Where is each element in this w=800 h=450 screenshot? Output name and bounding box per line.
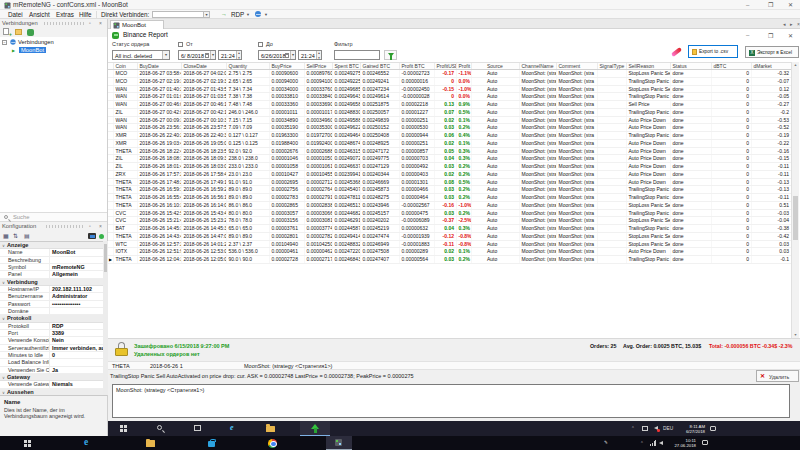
tree-item-moonbot[interactable]: ▶ MoonBot — [0, 47, 107, 55]
minimize-icon[interactable]: – — [746, 0, 749, 10]
property-row[interactable]: Verwende GatewaNiemals — [0, 381, 103, 388]
order-row[interactable]: THETA2018-06-26 16:10:32018-06-26 16:14:… — [108, 202, 791, 210]
tray-expand-icon[interactable]: ⌃ — [640, 441, 644, 446]
order-row[interactable]: XMR2018-06-26 22:40:22018-06-26 22:40:34… — [108, 132, 791, 140]
mremoteng-taskbar-button[interactable] — [326, 436, 352, 450]
property-row[interactable]: Domäne — [0, 308, 103, 315]
tray-expand-icon[interactable]: ⌃ — [631, 426, 635, 431]
order-row[interactable]: XMR2018-06-26 19:03:42018-06-26 19:05:00… — [108, 140, 791, 148]
close-icon[interactable]: × — [99, 223, 102, 229]
column-header[interactable]: ProfitUSD — [435, 63, 457, 69]
quick-connect-input[interactable]: ▼ — [152, 11, 210, 18]
delete-button[interactable]: ✕ Удалить — [756, 370, 799, 382]
scrollbar-thumb[interactable] — [104, 244, 107, 272]
menu-hilfe[interactable]: Hilfe — [79, 11, 92, 18]
local-clock[interactable]: 10:11 27.06.2018 — [668, 438, 696, 448]
file-explorer-icon[interactable] — [266, 426, 275, 433]
globe-icon[interactable] — [255, 11, 261, 17]
order-row[interactable]: THETA2018-06-26 17:48:22018-06-26 17:49:… — [108, 179, 791, 187]
column-header[interactable]: Comment — [557, 63, 598, 69]
file-explorer-icon[interactable] — [146, 440, 155, 447]
column-header[interactable]: BuyDate — [138, 63, 182, 69]
property-row[interactable]: BenutzernameAdministrator — [0, 293, 103, 300]
scrollbar-thumb[interactable] — [793, 196, 798, 240]
order-row[interactable]: WAN2018-06-27 00:09:32018-06-27 00:10:36… — [108, 117, 791, 125]
connect-arrow-icon[interactable]: → — [221, 11, 227, 17]
filter-input[interactable] — [334, 50, 380, 60]
order-row[interactable]: ZIL2018-06-26 18:01:42018-06-26 18:03:03… — [108, 163, 791, 171]
property-row[interactable]: ProtokollRDP — [0, 323, 103, 330]
property-row[interactable]: Port3389 — [0, 330, 103, 337]
property-row[interactable]: Hostname/IP202.182.111.102 — [0, 286, 103, 293]
notification-icon[interactable] — [710, 426, 716, 431]
property-row[interactable]: Beschreibung — [0, 257, 103, 264]
export-excel-button[interactable]: X Экспорт в Excel — [745, 46, 799, 58]
new-folder-icon[interactable] — [15, 28, 23, 36]
property-row[interactable]: SymbolmRemoteNG — [0, 264, 103, 271]
menu-datei[interactable]: Datei — [8, 11, 23, 18]
chevron-down-icon[interactable]: ▼ — [264, 12, 268, 17]
close-icon[interactable]: ✕ — [788, 32, 793, 39]
property-row[interactable]: Verwende KonsolNein — [0, 337, 103, 344]
search-box[interactable]: Suche — [0, 212, 107, 222]
scroll-up-icon[interactable]: ▲ — [792, 63, 799, 67]
order-row[interactable]: IOTX2018-06-26 12:51:92018-06-26 12:53:0… — [108, 248, 791, 256]
chevron-down-icon[interactable]: ▼ — [203, 12, 209, 17]
connect-icon[interactable] — [27, 28, 35, 36]
moonbot-taskbar-button[interactable] — [300, 421, 330, 436]
edge-icon[interactable]: e — [84, 436, 88, 449]
protocol-label[interactable]: RDP — [231, 11, 244, 18]
tab-moonbot[interactable]: MoonBot — [110, 20, 164, 30]
network-icon[interactable] — [642, 426, 648, 431]
pin-icon[interactable]: ▫ — [89, 223, 91, 229]
order-row[interactable]: THETA2018-06-26 18:22:42018-06-26 18:23:… — [108, 148, 791, 156]
menu-ansicht[interactable]: Ansicht — [29, 11, 50, 18]
from-checkbox[interactable] — [178, 42, 183, 47]
order-row[interactable]: THETA2018-06-26 16:59:12018-06-26 16:59:… — [108, 186, 791, 194]
order-row[interactable]: THETA2018-06-26 16:55:42018-06-26 16:56:… — [108, 194, 791, 202]
column-header[interactable]: ChannelName — [520, 63, 557, 69]
order-row[interactable]: THETA2018-06-26 14:43:42018-06-26 14:47:… — [108, 233, 791, 241]
property-row[interactable]: Verwenden Sie CrJa — [0, 367, 103, 374]
table-scrollbar[interactable]: ▲ ▼ — [791, 62, 799, 338]
column-header[interactable]: Spent BTC — [333, 63, 361, 69]
properties-icon[interactable]: ▤ — [24, 232, 30, 240]
tab-close-icon[interactable]: × — [797, 21, 800, 27]
categorize-icon[interactable]: ▦ — [3, 232, 9, 240]
property-section[interactable]: ∨Protokoll — [0, 315, 103, 322]
tab-scroll-left-icon[interactable]: ◂ — [783, 21, 786, 27]
column-header[interactable]: Coin — [114, 63, 138, 69]
order-row[interactable]: WAN2018-06-26 23:56:12018-06-26 23:57:51… — [108, 124, 791, 132]
order-row[interactable]: BAT2018-06-26 14:45:32018-06-26 14:45:33… — [108, 225, 791, 233]
keyboard-language[interactable]: DEU — [663, 426, 673, 431]
start-button[interactable] — [24, 440, 31, 447]
column-header[interactable]: dBTC — [712, 63, 752, 69]
from-date-picker[interactable]: 6/ 8/2018 ▼ — [178, 50, 216, 60]
order-row[interactable]: WAN2018-06-27 00:46:02018-06-27 00:46:10… — [108, 101, 791, 109]
order-row[interactable]: CVC2018-06-26 15:42:52018-06-26 15:43:46… — [108, 210, 791, 218]
from-time-input[interactable]: 21:24 ▲▼ — [218, 50, 242, 60]
property-section[interactable]: ∨Anzeige — [0, 242, 103, 249]
apply-filter-button[interactable] — [384, 50, 397, 60]
property-row[interactable]: ServerauthentifiziImmer verbinden, au — [0, 345, 103, 352]
sort-icon[interactable]: ⇅ — [39, 28, 47, 36]
maximize-icon[interactable]: ❐ — [768, 32, 773, 39]
order-row[interactable]: ZIL2018-06-26 18:08:32018-06-26 18:09:33… — [108, 155, 791, 163]
column-header[interactable]: SellReason — [627, 63, 671, 69]
column-header[interactable]: Profit — [457, 63, 472, 69]
volume-icon[interactable] — [659, 441, 663, 445]
wifi-signal-icon[interactable] — [650, 440, 656, 446]
close-icon[interactable]: ✕ — [788, 0, 793, 10]
spinner-icon[interactable]: ▲▼ — [316, 51, 321, 59]
column-header[interactable]: Gained BTC — [361, 63, 400, 69]
tree-root-verbindungen[interactable]: − Verbindungen — [0, 38, 107, 46]
to-date-picker[interactable]: 6/26/2018 ▼ — [258, 50, 296, 60]
new-connection-icon[interactable]: + — [3, 28, 11, 36]
order-row[interactable]: ZIL2018-06-27 00:42:02018-06-27 00:42:13… — [108, 109, 791, 117]
internet-explorer-icon[interactable]: e — [230, 422, 234, 434]
to-time-input[interactable]: 21:24 ▲▼ — [298, 50, 322, 60]
comment-textbox[interactable]: MoonShot: (strategy <Стратегия1>) — [112, 384, 790, 418]
order-row[interactable]: CVC2018-06-26 15:21:42018-06-26 15:23:26… — [108, 217, 791, 225]
property-row[interactable]: Load Balance Info — [0, 359, 103, 366]
order-row[interactable]: MCO2018-06-27 02:19:32018-06-27 02:19:33… — [108, 78, 791, 86]
